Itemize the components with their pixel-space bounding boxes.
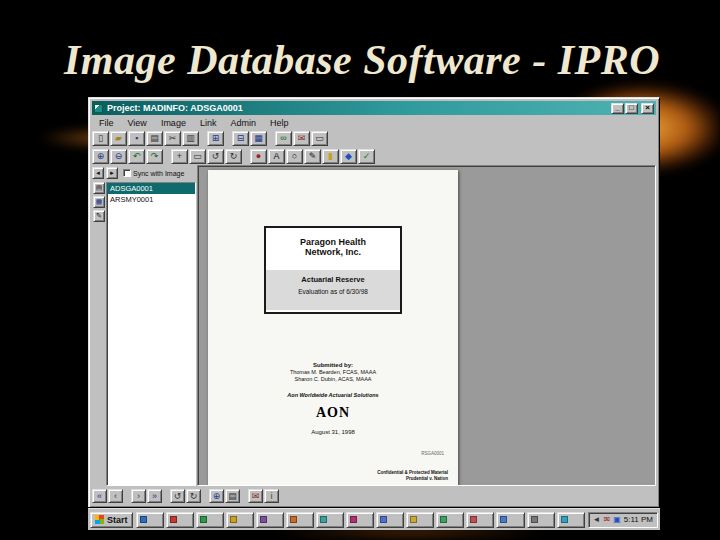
copy-icon[interactable]: ▥ [182, 131, 199, 146]
rotate-page-left-icon[interactable]: ↺ [170, 489, 185, 503]
thumbnail-icon[interactable]: ▦ [93, 196, 105, 208]
taskbar-button[interactable] [557, 512, 585, 528]
print-icon[interactable]: ▤ [146, 131, 163, 146]
menu-help[interactable]: Help [263, 118, 296, 128]
document-id: RSGA0001 [421, 451, 444, 456]
window-controls: _□× [611, 103, 654, 114]
zoom-page-icon[interactable]: ⊕ [209, 489, 224, 503]
undo-icon[interactable]: ↶ [128, 149, 145, 164]
taskbar-button[interactable] [196, 512, 224, 528]
main-toolbar: ▯▰▪▤✂▥⊞⊟▦∞✉▭ [92, 129, 656, 147]
document-list-item[interactable]: ARSMY0001 [107, 194, 195, 205]
approve-check-icon[interactable]: ✓ [358, 149, 375, 164]
doc-title-line: Paragon Health [266, 237, 400, 247]
task-icon [410, 516, 417, 523]
app-icon [94, 104, 103, 113]
new-document-icon[interactable]: ▯ [92, 131, 109, 146]
speaker-icon[interactable]: ◄ [593, 516, 601, 524]
app-window: Project: MADINFO: ADSGA0001 _□× FileView… [88, 97, 660, 508]
forward-arrow-icon[interactable]: ► [106, 167, 118, 179]
select-region-icon[interactable]: ▭ [189, 149, 206, 164]
submitted-label: Submitted by: [208, 362, 458, 368]
highlighter-icon[interactable]: ▮ [322, 149, 339, 164]
page-info-icon[interactable]: i [264, 489, 279, 503]
minimize-button[interactable]: _ [611, 103, 624, 114]
document-list-item[interactable]: ADSGA0001 [107, 183, 195, 194]
task-icon [230, 516, 237, 523]
zoom-in-icon[interactable]: ⊕ [92, 149, 109, 164]
prev-page-icon[interactable]: ‹ [108, 489, 123, 503]
print-page-icon[interactable]: ▤ [225, 489, 240, 503]
taskbar-button[interactable] [166, 512, 194, 528]
taskbar-button[interactable] [376, 512, 404, 528]
taskbar-button[interactable] [256, 512, 284, 528]
app-screenshot: Project: MADINFO: ADSGA0001 _□× FileView… [88, 97, 660, 530]
menu-image[interactable]: Image [154, 118, 193, 128]
doc-title-line: Network, Inc. [266, 247, 400, 257]
taskbar-button[interactable] [436, 512, 464, 528]
taskbar-button[interactable] [346, 512, 374, 528]
menu-view[interactable]: View [121, 118, 154, 128]
sync-checkbox-label: Sync with Image [133, 170, 184, 177]
notes-icon[interactable]: ✎ [93, 210, 105, 222]
maximize-button[interactable]: □ [625, 103, 638, 114]
submitted-block: Submitted by: Thomas M. Bearden, FCAS, M… [208, 362, 458, 382]
text-annotation-icon[interactable]: A [268, 149, 285, 164]
rotate-right-icon[interactable]: ↻ [225, 149, 242, 164]
cut-icon[interactable]: ✂ [164, 131, 181, 146]
open-folder-icon[interactable]: ▰ [110, 131, 127, 146]
annotate-dot-icon[interactable]: ● [250, 149, 267, 164]
index-grid-icon[interactable]: ⊞ [207, 131, 224, 146]
task-icon [290, 516, 297, 523]
taskbar-button[interactable] [527, 512, 555, 528]
pan-icon[interactable]: + [171, 149, 188, 164]
next-page-icon[interactable]: › [131, 489, 146, 503]
doc-subtitle-line: Evaluation as of 6/30/98 [266, 288, 400, 295]
sticky-note-icon[interactable]: ◆ [340, 149, 357, 164]
rotate-page-right-icon[interactable]: ↻ [186, 489, 201, 503]
menu-link[interactable]: Link [193, 118, 224, 128]
save-icon[interactable]: ▪ [128, 131, 145, 146]
menu-bar: FileViewImageLinkAdminHelp [92, 116, 656, 129]
aon-logo: AON [208, 405, 458, 421]
start-button[interactable]: Start [90, 512, 133, 528]
task-icon [350, 516, 357, 523]
page-list-icon[interactable]: ▤ [93, 182, 105, 194]
pen-annotation-icon[interactable]: ✎ [304, 149, 321, 164]
slide-title: Image Database Software - IPRO [64, 36, 660, 84]
task-icon [531, 516, 538, 523]
mail-status-icon[interactable]: ✉ [604, 516, 611, 524]
redo-icon[interactable]: ↷ [146, 149, 163, 164]
display-settings-icon[interactable]: ▣ [613, 516, 621, 524]
taskbar-button[interactable] [136, 512, 164, 528]
footer-line: Confidential & Protected Material [377, 470, 448, 476]
taskbar-button[interactable] [226, 512, 254, 528]
ellipse-annotation-icon[interactable]: ○ [286, 149, 303, 164]
footer-line: Prudential v. Nation [377, 476, 448, 482]
back-arrow-icon[interactable]: ◄ [92, 167, 104, 179]
taskbar-button[interactable] [316, 512, 344, 528]
task-icon [561, 516, 568, 523]
taskbar-button[interactable] [496, 512, 524, 528]
zoom-out-icon[interactable]: ⊖ [110, 149, 127, 164]
organization-line: Aon Worldwide Actuarial Solutions [208, 392, 458, 398]
taskbar-button[interactable] [286, 512, 314, 528]
exit-icon[interactable]: ▭ [311, 131, 328, 146]
panel-header: ◄ ► Sync with Image [92, 166, 196, 180]
taskbar-button[interactable] [466, 512, 494, 528]
menu-admin[interactable]: Admin [223, 118, 263, 128]
doc-subtitle-line: Actuarial Reserve [266, 275, 400, 284]
mail-page-icon[interactable]: ✉ [248, 489, 263, 503]
rotate-left-icon[interactable]: ↺ [207, 149, 224, 164]
table-view-icon[interactable]: ⊟ [232, 131, 249, 146]
image-view-icon[interactable]: ▦ [250, 131, 267, 146]
sync-checkbox[interactable] [123, 169, 131, 177]
taskbar-button[interactable] [406, 512, 434, 528]
window-titlebar[interactable]: Project: MADINFO: ADSGA0001 _□× [92, 101, 656, 115]
menu-file[interactable]: File [92, 118, 121, 128]
close-button[interactable]: × [641, 103, 654, 114]
mail-icon[interactable]: ✉ [293, 131, 310, 146]
last-page-icon[interactable]: » [147, 489, 162, 503]
link-icon[interactable]: ∞ [275, 131, 292, 146]
first-page-icon[interactable]: « [92, 489, 107, 503]
